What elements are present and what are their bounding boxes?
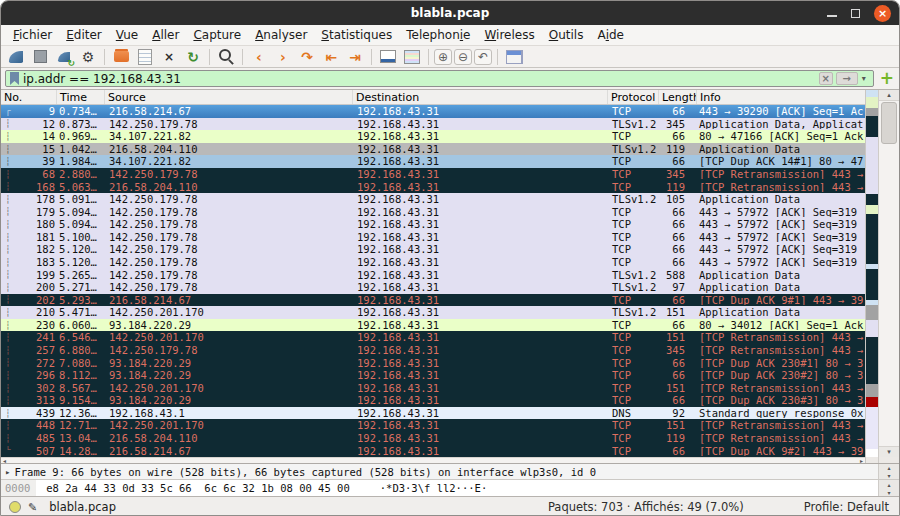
packet-row[interactable]: ┆ 230 6.060… 93.184.220.29 192.168.43.31… — [1, 319, 865, 332]
intelligent-scrollbar-minimap[interactable] — [865, 90, 878, 463]
packet-row[interactable]: ┆ 210 5.471… 142.250.201.170 192.168.43.… — [1, 306, 865, 319]
packet-row[interactable]: ┆ 182 5.120… 142.250.179.78 192.168.43.3… — [1, 243, 865, 256]
vscroll-down-arrow-icon[interactable]: ▾ — [879, 446, 899, 457]
column-header-length[interactable]: Length — [659, 90, 697, 104]
display-filter-input[interactable] — [23, 72, 816, 86]
menu-item-vue[interactable]: Vue — [109, 26, 145, 44]
packet-row[interactable]: ┆ 178 5.091… 142.250.179.78 192.168.43.3… — [1, 193, 865, 206]
filter-add-button[interactable]: + — [880, 70, 894, 87]
hex-scroll-down-icon[interactable]: ▾ — [879, 488, 899, 496]
vscroll-up-arrow-icon[interactable]: ▴ — [879, 90, 899, 101]
menu-item-outils[interactable]: Outils — [542, 26, 591, 44]
vscroll-thumb[interactable] — [881, 102, 897, 144]
vertical-scrollbar[interactable]: ▴ ▾ — [878, 90, 899, 463]
packet-row[interactable]: ┆ 68 2.880… 142.250.179.78 192.168.43.31… — [1, 168, 865, 181]
packet-row[interactable]: ┆ 448 12.71… 142.250.201.170 192.168.43.… — [1, 419, 865, 432]
statusbar-profile[interactable]: Profile: Default — [804, 500, 889, 514]
menu-item-fichier[interactable]: Fichier — [6, 26, 59, 44]
filter-dropdown-icon[interactable]: ▾ — [862, 74, 866, 83]
filter-apply-icon[interactable]: → — [836, 72, 858, 85]
hex-bytes[interactable]: e8 2a 44 33 0d 33 5c 66 6c 6c 32 1b 08 0… — [46, 482, 349, 494]
open-file-icon[interactable] — [110, 47, 132, 67]
capture-options-icon[interactable]: ⚙ — [77, 47, 99, 67]
previous-packet-icon[interactable]: ‹ — [248, 47, 270, 67]
stop-capture-icon[interactable] — [29, 47, 51, 67]
menu-item-telephonie[interactable]: Telephonie — [399, 26, 477, 44]
vscroll-track[interactable] — [879, 101, 899, 446]
related-packet-mark: ┆ — [1, 308, 15, 317]
find-packet-icon[interactable] — [215, 47, 237, 67]
hex-ascii[interactable]: ·*D3·3\f ll2···E· — [380, 482, 487, 494]
next-packet-icon[interactable]: › — [272, 47, 294, 67]
goto-packet-icon[interactable]: ↷ — [296, 47, 318, 67]
last-packet-icon[interactable]: ⇥ — [344, 47, 366, 67]
packet-row[interactable]: ┆ 39 1.984… 34.107.221.82 192.168.43.31 … — [1, 155, 865, 168]
packet-row[interactable]: ┆ 199 5.265… 142.250.179.78 192.168.43.3… — [1, 269, 865, 282]
menu-item-wireless[interactable]: Wireless — [478, 26, 542, 44]
packet-row[interactable]: ┆ 257 6.880… 142.250.179.78 192.168.43.3… — [1, 344, 865, 357]
expander-icon[interactable]: ▸ — [5, 467, 10, 477]
expert-info-icon[interactable] — [9, 501, 21, 513]
packet-row[interactable]: ┆ 272 7.080… 93.184.220.29 192.168.43.31… — [1, 357, 865, 370]
restart-capture-icon[interactable] — [53, 47, 75, 67]
packet-protocol: TCP — [608, 257, 659, 268]
hex-row[interactable]: 0000 e8 2a 44 33 0d 33 5c 66 6c 6c 32 1b… — [1, 480, 878, 496]
hex-scroll-up-icon[interactable]: ▴ — [879, 480, 899, 488]
packet-row[interactable]: ┆ 179 5.094… 142.250.179.78 192.168.43.3… — [1, 206, 865, 219]
packet-row[interactable]: ┌ 9 0.734… 216.58.214.67 192.168.43.31 T… — [1, 105, 865, 118]
autoscroll-icon[interactable] — [377, 47, 399, 67]
menu-item-aide[interactable]: Aide — [590, 26, 631, 44]
packet-row[interactable]: ┆ 302 8.567… 142.250.201.170 192.168.43.… — [1, 382, 865, 395]
packet-row[interactable]: ┆ 200 5.271… 142.250.179.78 192.168.43.3… — [1, 281, 865, 294]
details-scroll-up-icon[interactable]: ▴ — [879, 464, 899, 472]
filter-bookmark-icon[interactable] — [10, 72, 19, 85]
packet-row[interactable]: ┆ 241 6.546… 142.250.201.170 192.168.43.… — [1, 331, 865, 344]
frame-summary-row[interactable]: ▸ Frame 9: 66 bytes on wire (528 bits), … — [1, 464, 878, 479]
packet-row[interactable]: ┆ 14 0.969… 34.107.221.82 192.168.43.31 … — [1, 130, 865, 143]
menu-item-analyser[interactable]: Analyser — [248, 26, 314, 44]
column-header-source[interactable]: Source — [105, 90, 353, 104]
packet-time: 5.471… — [57, 307, 105, 318]
column-header-info[interactable]: Info — [697, 90, 865, 104]
hex-scrollbar[interactable]: ▴ ▾ — [878, 480, 899, 496]
packet-row[interactable]: ┆ 485 13.04… 216.58.204.110 192.168.43.3… — [1, 432, 865, 445]
packet-info: [TCP Retransmission] 443 → — [697, 433, 865, 444]
menu-item-editer[interactable]: Editer — [59, 26, 109, 44]
close-button[interactable]: × — [874, 5, 891, 22]
colorize-icon[interactable] — [401, 47, 423, 67]
packet-row[interactable]: ┆ 15 1.042… 216.58.204.110 192.168.43.31… — [1, 143, 865, 156]
menu-item-aller[interactable]: Aller — [145, 26, 186, 44]
packet-row[interactable]: ┆ 168 5.063… 216.58.204.110 192.168.43.3… — [1, 180, 865, 193]
filter-clear-icon[interactable]: × — [819, 72, 833, 85]
packet-row[interactable]: ┆ 183 5.120… 142.250.179.78 192.168.43.3… — [1, 256, 865, 269]
reload-file-icon[interactable]: ↻ — [182, 47, 204, 67]
save-file-icon[interactable] — [134, 47, 156, 67]
packet-row[interactable]: ┆ 439 12.36… 192.168.43.1 192.168.43.31 … — [1, 407, 865, 420]
close-file-icon[interactable]: × — [158, 47, 180, 67]
column-header-protocol[interactable]: Protocol — [608, 90, 659, 104]
minimize-button[interactable] — [827, 15, 837, 17]
packet-row[interactable]: ┆ 12 0.873… 142.250.179.78 192.168.43.31… — [1, 118, 865, 131]
packet-row[interactable]: ┆ 181 5.100… 142.250.179.78 192.168.43.3… — [1, 231, 865, 244]
menu-item-capture[interactable]: Capture — [186, 26, 248, 44]
zoom-reset-icon[interactable]: ↶ — [474, 49, 492, 65]
packet-row[interactable]: ┆ 296 8.112… 93.184.220.29 192.168.43.31… — [1, 369, 865, 382]
capture-comment-icon[interactable]: ✎ — [28, 501, 37, 514]
first-packet-icon[interactable]: ⇤ — [320, 47, 342, 67]
related-packet-mark: ┆ — [1, 132, 15, 141]
maximize-button[interactable] — [851, 9, 860, 18]
display-filter-field[interactable]: × → ▾ — [5, 70, 874, 87]
column-header-destination[interactable]: Destination — [353, 90, 608, 104]
column-header-time[interactable]: Time — [57, 90, 105, 104]
column-header-no[interactable]: No. — [1, 90, 57, 104]
packet-row[interactable]: └ 507 14.28… 216.58.214.67 192.168.43.31… — [1, 445, 865, 458]
packet-row[interactable]: ┆ 202 5.293… 216.58.214.67 192.168.43.31… — [1, 294, 865, 307]
menu-item-statistiques[interactable]: Statistiques — [314, 26, 399, 44]
start-capture-icon[interactable] — [5, 47, 27, 67]
details-scrollbar[interactable]: ▴ ▾ — [878, 464, 899, 480]
packet-row[interactable]: ┆ 313 9.154… 93.184.220.29 192.168.43.31… — [1, 394, 865, 407]
zoom-out-icon[interactable]: ⊖ — [454, 49, 472, 65]
packet-row[interactable]: ┆ 180 5.094… 142.250.179.78 192.168.43.3… — [1, 218, 865, 231]
zoom-in-icon[interactable]: ⊕ — [434, 49, 452, 65]
resize-columns-icon[interactable] — [503, 47, 525, 67]
